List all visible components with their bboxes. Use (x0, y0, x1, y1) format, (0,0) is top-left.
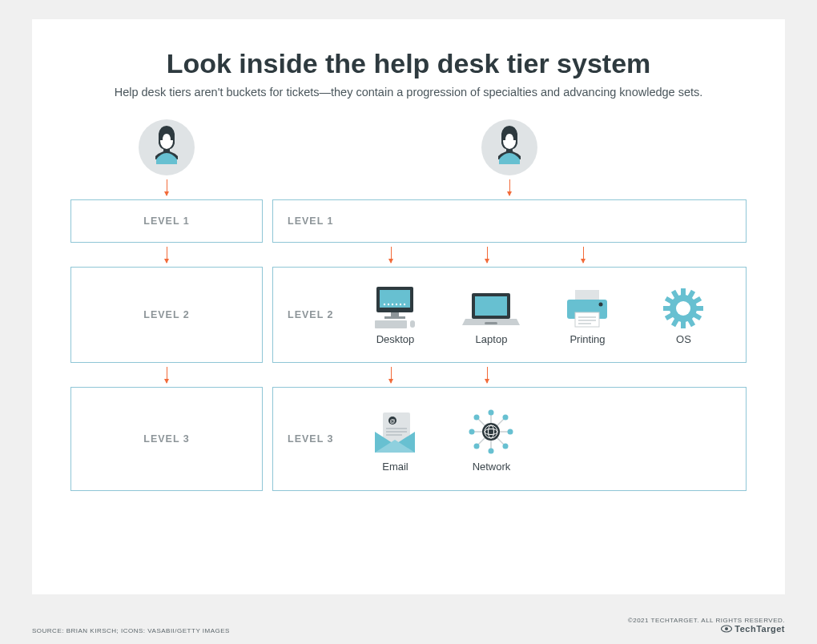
specialty-label: Network (473, 461, 511, 473)
arrow-down-icon (583, 247, 584, 263)
tier-label: LEVEL 2 (288, 309, 333, 320)
arrow-down-icon (509, 179, 510, 195)
svg-point-11 (388, 304, 389, 305)
tier-label: LEVEL 1 (86, 215, 248, 227)
diagram-grid: LEVEL 1 LEVEL 2 LEVEL 3 (70, 119, 747, 491)
svg-rect-6 (391, 312, 399, 316)
right-level-2: LEVEL 2 (272, 267, 747, 363)
spec-laptop: Laptop (453, 290, 529, 345)
spec-network: Network (453, 406, 529, 473)
svg-rect-17 (475, 296, 507, 316)
svg-point-22 (599, 302, 603, 306)
email-icon: @ (370, 411, 420, 457)
person-icon (139, 119, 195, 175)
specialty-label: OS (676, 333, 691, 345)
footer-source: SOURCE: BRIAN KIRSCH; ICONS: VASABII/GET… (32, 627, 230, 634)
specialty-label: Laptop (476, 333, 508, 345)
svg-point-51 (489, 448, 494, 453)
specialty-label: Desktop (376, 333, 415, 345)
footer: SOURCE: BRIAN KIRSCH; ICONS: VASABII/GET… (32, 617, 785, 634)
svg-point-53 (508, 429, 513, 434)
avatar-left-wrap (70, 119, 263, 175)
left-level-3: LEVEL 3 (70, 387, 263, 491)
svg-rect-18 (485, 322, 497, 324)
svg-rect-8 (375, 320, 407, 328)
svg-point-13 (396, 304, 397, 305)
avatar-right-wrap (272, 119, 747, 175)
diagram-subtitle: Help desk tiers aren't buckets for ticke… (70, 84, 747, 100)
svg-point-54 (474, 414, 480, 420)
level2-specialties: Desktop Laptop (357, 285, 731, 345)
svg-point-57 (474, 443, 480, 449)
svg-rect-21 (575, 312, 599, 327)
arrow-down-icon (391, 247, 392, 263)
svg-point-63 (725, 627, 728, 630)
network-icon (465, 406, 517, 457)
svg-text:@: @ (390, 418, 396, 424)
svg-rect-19 (575, 290, 599, 300)
svg-point-50 (489, 409, 494, 415)
svg-rect-7 (384, 316, 405, 319)
arrow-down-icon (167, 247, 167, 263)
tier-label: LEVEL 3 (86, 433, 248, 445)
svg-rect-9 (410, 320, 415, 328)
svg-point-55 (503, 443, 509, 449)
svg-point-39 (676, 301, 690, 316)
arrow-down-icon (167, 367, 167, 383)
laptop-icon (462, 290, 520, 330)
specialty-label: Printing (569, 333, 605, 345)
tier-label: LEVEL 3 (288, 433, 333, 445)
right-level-1: LEVEL 1 (272, 199, 747, 243)
spec-desktop: Desktop (357, 285, 433, 345)
printer-icon (562, 288, 612, 330)
specialty-label: Email (382, 461, 408, 473)
left-column: LEVEL 1 LEVEL 2 LEVEL 3 (70, 119, 263, 491)
level3-specialties: @ Email (357, 406, 731, 473)
left-level-2: LEVEL 2 (70, 267, 263, 363)
left-level-1: LEVEL 1 (70, 199, 263, 243)
svg-point-15 (404, 304, 405, 305)
right-level-3: LEVEL 3 @ Email (272, 387, 747, 491)
right-column: LEVEL 1 LEVEL 2 (272, 119, 747, 491)
diagram-card: Look inside the help desk tier system He… (32, 19, 785, 594)
desktop-icon (370, 285, 420, 330)
svg-point-14 (400, 304, 401, 305)
svg-point-52 (469, 429, 475, 434)
diagram-title: Look inside the help desk tier system (70, 48, 747, 79)
person-icon (481, 119, 537, 175)
gear-icon (662, 287, 705, 330)
arrow-row-l1-l2 (272, 243, 747, 267)
arrow-down-icon (487, 247, 488, 263)
spec-printing: Printing (549, 288, 625, 345)
brand-name: TechTarget (734, 624, 785, 634)
techtarget-logo: TechTarget (721, 624, 785, 634)
arrow-row-l2-l3 (272, 363, 747, 387)
arrow-down-icon (487, 367, 488, 383)
svg-point-10 (384, 304, 385, 305)
spec-os: OS (646, 287, 721, 345)
tier-label: LEVEL 1 (288, 215, 333, 227)
eye-icon (721, 625, 732, 633)
svg-point-56 (503, 414, 509, 420)
footer-copyright: ©2021 TECHTARGET. ALL RIGHTS RESERVED. (628, 617, 785, 624)
arrow-down-icon (167, 179, 167, 195)
spec-email: @ Email (357, 411, 433, 473)
tier-label: LEVEL 2 (86, 309, 248, 320)
arrow-down-icon (391, 367, 392, 383)
svg-point-12 (392, 304, 393, 305)
